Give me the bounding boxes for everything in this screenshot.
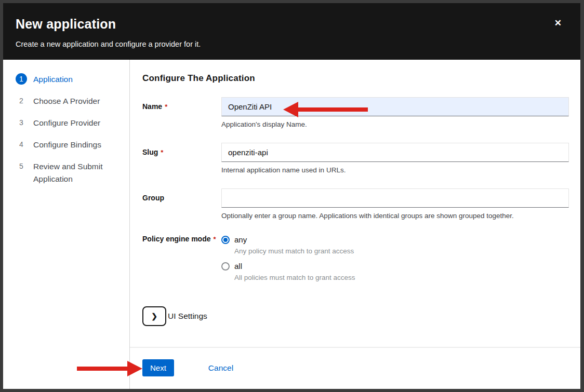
cancel-link[interactable]: Cancel: [208, 359, 233, 373]
wizard-content-column: Configure The Application Name* Applicat…: [130, 60, 580, 389]
chevron-right-icon: ❯: [151, 312, 157, 320]
group-helper-text: Optionally enter a group name. Applicati…: [221, 212, 569, 220]
step-label: Review and Submit Application: [33, 160, 117, 185]
step-label: Configure Bindings: [33, 139, 101, 151]
name-input[interactable]: [221, 97, 569, 116]
policy-mode-any-label: any: [234, 235, 247, 244]
name-field-row: Name* Application's display Name.: [142, 97, 569, 129]
radio-unchecked-icon[interactable]: [221, 262, 230, 271]
policy-mode-any-option[interactable]: any: [221, 235, 569, 244]
wizard-step-configure-bindings[interactable]: 4 Configure Bindings: [16, 139, 129, 151]
modal-title: New application: [16, 17, 562, 32]
slug-input[interactable]: [221, 143, 569, 162]
section-heading: Configure The Application: [142, 73, 569, 84]
policy-engine-mode-label: Policy engine mode*: [142, 234, 221, 288]
step-number-badge: 2: [16, 95, 27, 106]
radio-checked-icon[interactable]: [221, 236, 230, 244]
close-button[interactable]: ✕: [552, 17, 564, 30]
step-number-badge: 3: [16, 117, 27, 128]
slug-helper-text: Internal application name used in URLs.: [221, 166, 569, 174]
step-label: Application: [33, 73, 73, 86]
modal-footer: Next Cancel: [130, 347, 580, 389]
name-label: Name*: [142, 97, 221, 129]
step-number-badge: 1: [16, 73, 27, 85]
name-helper-text: Application's display Name.: [221, 120, 569, 129]
group-label: Group: [142, 188, 221, 220]
policy-mode-all-option[interactable]: all: [221, 262, 569, 271]
close-icon: ✕: [554, 18, 562, 28]
slug-label: Slug*: [142, 143, 221, 174]
step-label: Configure Provider: [33, 117, 100, 129]
new-application-modal: New application Create a new application…: [3, 3, 580, 389]
form-content: Configure The Application Name* Applicat…: [130, 60, 580, 347]
wizard-step-application[interactable]: 1 Application: [16, 73, 129, 86]
modal-body: 1 Application 2 Choose A Provider 3 Conf…: [3, 60, 580, 389]
wizard-step-configure-provider[interactable]: 3 Configure Provider: [16, 117, 129, 129]
policy-mode-any-helper: Any policy must match to grant access: [234, 247, 569, 255]
wizard-step-nav: 1 Application 2 Choose A Provider 3 Conf…: [3, 60, 130, 389]
ui-settings-label: UI Settings: [168, 312, 207, 321]
step-label: Choose A Provider: [33, 95, 100, 107]
group-field-row: Group Optionally enter a group name. App…: [142, 188, 569, 220]
policy-mode-all-label: all: [234, 262, 242, 271]
next-button[interactable]: Next: [142, 359, 174, 376]
policy-mode-all-helper: All policies must match to grant access: [234, 273, 569, 282]
modal-subtitle: Create a new application and configure a…: [16, 40, 562, 48]
step-number-badge: 5: [16, 160, 27, 172]
policy-engine-mode-row: Policy engine mode* any Any policy must …: [142, 234, 569, 288]
slug-field-row: Slug* Internal application name used in …: [142, 143, 569, 174]
wizard-step-review-and-submit[interactable]: 5 Review and Submit Application: [16, 160, 129, 185]
ui-settings-toggle-button[interactable]: ❯: [142, 306, 166, 326]
required-asterisk: *: [161, 148, 163, 156]
step-number-badge: 4: [16, 139, 27, 150]
ui-settings-expandable: ❯ UI Settings: [142, 306, 569, 326]
required-asterisk: *: [165, 103, 167, 111]
modal-header: New application Create a new application…: [3, 3, 580, 60]
required-asterisk: *: [213, 235, 216, 243]
wizard-step-choose-a-provider[interactable]: 2 Choose A Provider: [16, 95, 129, 107]
group-input[interactable]: [221, 188, 569, 208]
